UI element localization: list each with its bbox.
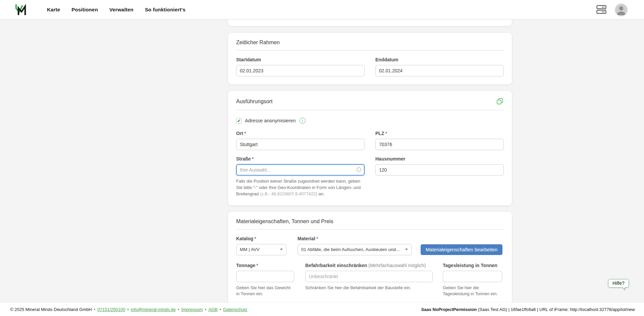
tagesleistung-input[interactable] [443,271,502,282]
enddatum-label: Enddatum [375,57,504,62]
katalog-label: Katalog* [236,236,286,241]
befahrbarkeit-help: Schränken Sie hier die Befahrbarkeit der… [305,285,433,291]
required-marker: * [316,236,318,241]
anonymize-checkbox[interactable]: ✔ [236,118,242,124]
field-katalog: Katalog* MM | AVV [236,236,286,255]
section-title: Ausführungsort [236,99,273,105]
previous-card-bottom [228,19,512,26]
befahrbarkeit-label: Befahrbarkeit einschränken (Mehrfachausw… [305,263,433,268]
help-button[interactable]: Hilfe? [608,279,629,288]
tagesleistung-help: Geben Sie hier die Tagesleistung in Tonn… [443,285,502,298]
katalog-select[interactable]: MM | AVV [236,244,286,255]
required-marker: * [385,131,387,136]
required-marker: * [254,236,256,241]
strasse-input[interactable] [236,164,365,176]
befahrbarkeit-input[interactable] [305,271,433,282]
chevron-down-icon [280,249,283,250]
materialeigenschaften-bearbeiten-button[interactable]: Materialeigenschaften bearbeiten [421,244,502,255]
separator: • [220,307,221,312]
field-material: Material* 01 Abfälle, die beim Aufsuchen… [298,236,412,255]
plz-label: PLZ* [375,131,504,136]
nav-item-positionen[interactable]: Positionen [71,7,98,12]
section-title: Materialeigenschaften, Tonnen und Preis [236,218,504,225]
material-label: Material* [298,236,412,241]
startdatum-label: Startdatum [236,57,365,62]
field-plz: PLZ* [375,131,504,150]
ort-input[interactable] [236,139,365,150]
navbar-right [596,4,627,16]
startdatum-input[interactable] [236,65,365,76]
saas-info-text: (Saas Test AG) | 16fae1ffc6a6 | URL of i… [477,307,635,312]
footer: © 2025 Mineral Minds Deutschland GmbH•07… [0,303,644,316]
tonnage-help: Geben Sie hier das Gewicht in Tonnen ein… [236,285,294,298]
copy-icon[interactable] [496,98,504,105]
divider [236,50,504,51]
server-stack-icon[interactable] [596,5,606,14]
footer-link-impressum[interactable]: Impressum [181,307,203,312]
field-tonnage: Tonnage* Geben Sie hier das Gewicht in T… [236,263,294,298]
enddatum-input[interactable] [375,65,504,76]
copyright-text: © 2025 Mineral Minds Deutschland GmbH [10,307,92,312]
required-marker: * [252,156,254,162]
strasse-label: Straße* [236,156,365,162]
nav-item-so-funktionierts[interactable]: So funktioniert's [145,7,185,12]
divider [236,229,504,230]
mineral-minds-logo-icon[interactable] [14,3,29,16]
saas-permission-text: Saas NoProjectPermission [421,307,477,312]
footer-link-email[interactable]: info@mineral-minds.de [131,307,176,312]
footer-left: © 2025 Mineral Minds Deutschland GmbH•07… [10,307,248,312]
section-title: Zeitlicher Rahmen [236,40,504,46]
main-nav: Karte Positionen Verwalten So funktionie… [47,7,185,12]
ort-label: Ort* [236,131,365,136]
divider [236,110,504,110]
footer-link-phone[interactable]: 07151/250100 [97,307,125,312]
footer-link-agb[interactable]: AGB [208,307,217,312]
required-marker: * [256,263,258,268]
field-befahrbarkeit: Befahrbarkeit einschränken (Mehrfachausw… [305,263,433,298]
nav-item-verwalten[interactable]: Verwalten [109,7,133,12]
info-icon[interactable]: i [300,118,306,124]
hausnummer-label: Hausnummer [375,156,504,162]
section-ausfuehrungsort: Ausführungsort ✔ Adresse anonymisieren i… [228,91,512,205]
tonnage-input[interactable] [236,271,294,282]
tagesleistung-label: Tagesleistung in Tonnen [443,263,502,268]
field-ort: Ort* [236,131,365,150]
anonymize-label[interactable]: Adresse anonymisieren [245,118,296,123]
top-navbar: Karte Positionen Verwalten So funktionie… [0,0,644,19]
separator: • [178,307,179,312]
nav-item-karte[interactable]: Karte [47,7,60,12]
separator: • [205,307,207,312]
field-enddatum: Enddatum [375,57,504,76]
field-startdatum: Startdatum [236,57,365,76]
lot-form-page: Zeitlicher Rahmen Startdatum Enddatum Au… [228,19,512,316]
section-material: Materialeigenschaften, Tonnen und Preis … [228,212,512,316]
separator: • [127,307,129,312]
separator: • [94,307,96,312]
plz-input[interactable] [375,139,504,150]
strasse-hint: Falls die Position keiner Straße zugeord… [236,178,365,197]
chevron-down-icon [405,249,408,250]
required-marker: * [244,131,246,136]
section-zeitlicher-rahmen: Zeitlicher Rahmen Startdatum Enddatum [228,33,512,84]
loading-spinner-icon [357,167,361,172]
user-avatar-icon[interactable] [615,4,627,16]
footer-link-datenschutz[interactable]: Datenschutz [223,307,247,312]
field-tagesleistung: Tagesleistung in Tonnen Geben Sie hier d… [443,263,502,298]
footer-right: Saas NoProjectPermission (Saas Test AG) … [421,307,635,312]
material-select[interactable]: 01 Abfälle, die beim Aufsuchen, Ausbeute… [298,244,412,255]
tonnage-label: Tonnage* [236,263,294,268]
hausnummer-input[interactable] [375,164,504,176]
field-hausnummer: Hausnummer [375,156,504,197]
field-strasse: Straße* Falls die Position keiner Straße… [236,156,365,197]
